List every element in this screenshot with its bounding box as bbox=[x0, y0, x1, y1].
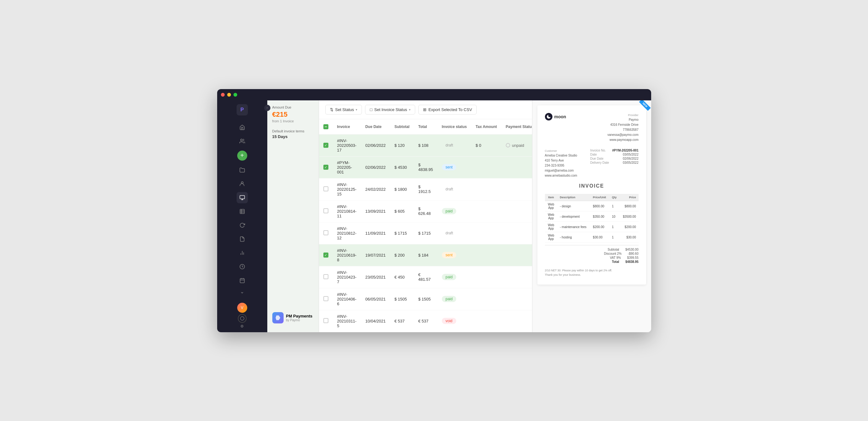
chevron-down-icon-2: ▾ bbox=[409, 108, 410, 111]
invoice-item-row: Web App - design $800.00 1 $800.00 bbox=[545, 201, 639, 212]
invoice-customer: Customer Arneba Creative Studio 410 Terr… bbox=[545, 149, 577, 178]
sidebar-item-home[interactable] bbox=[237, 122, 248, 133]
item-2-qty: 10 bbox=[610, 212, 620, 222]
item-1-price-unit: $800.00 bbox=[590, 201, 610, 212]
row-9-checkbox-cell[interactable] bbox=[319, 310, 333, 332]
status-badge-sent: sent bbox=[442, 164, 457, 170]
row-3-invoice[interactable]: #INV-20220125-15 bbox=[333, 178, 361, 200]
sidebar-item-projects[interactable] bbox=[237, 164, 248, 176]
row-2-subtotal: $ 4530 bbox=[390, 156, 414, 178]
set-invoice-status-button[interactable]: □ Set Invoice Status ▾ bbox=[365, 105, 415, 114]
svg-rect-5 bbox=[240, 209, 244, 214]
payment-status-column-header: Payment Status bbox=[501, 119, 532, 135]
row-9-tax bbox=[471, 310, 501, 332]
row-4-invoice[interactable]: #INV-20210814-11 bbox=[333, 200, 361, 222]
row-6-checkbox[interactable]: ✓ bbox=[323, 253, 329, 257]
row-8-checkbox-cell[interactable] bbox=[319, 288, 333, 310]
invoice-meta: Invoice No. #PYM-202205-001 Date 03/05/2… bbox=[590, 149, 639, 178]
table-row: #INV-20210406-6 06/05/2021 $ 1505 $ 1505… bbox=[319, 288, 532, 310]
row-2-checkbox-cell[interactable]: ✓ bbox=[319, 156, 333, 178]
row-4-checkbox-cell[interactable] bbox=[319, 200, 333, 222]
row-5-checkbox[interactable] bbox=[323, 230, 329, 235]
customer-email: miguel@arneba.com bbox=[545, 168, 577, 173]
table-row: #INV-20220125-15 24/02/2022 $ 1800 $ 191… bbox=[319, 178, 532, 200]
export-csv-button[interactable]: ⊞ Export Selected To CSV bbox=[418, 105, 476, 114]
row-8-invoice[interactable]: #INV-20210406-6 bbox=[333, 288, 361, 310]
customer-city: 234-323-9395 bbox=[545, 163, 577, 168]
sidebar-item-contacts[interactable] bbox=[237, 136, 248, 147]
maximize-button[interactable] bbox=[234, 93, 237, 96]
row-2-status: sent bbox=[437, 156, 471, 178]
invoice-logo: moon bbox=[545, 113, 566, 142]
invoice-item-row: Web App - maintenance fees $200.00 1 $20… bbox=[545, 222, 639, 232]
select-all-checkbox[interactable]: − bbox=[323, 124, 329, 129]
sidebar-expand-icon[interactable]: ⌄ bbox=[240, 289, 244, 294]
row-1-checkbox[interactable]: ✓ bbox=[323, 143, 329, 148]
row-8-checkbox[interactable] bbox=[323, 296, 329, 301]
row-8-subtotal: $ 1505 bbox=[390, 288, 414, 310]
item-4-qty: 1 bbox=[610, 232, 620, 243]
customer-address: 410 Terry Ave bbox=[545, 158, 577, 163]
sidebar-item-clock[interactable] bbox=[237, 261, 248, 272]
row-7-payment bbox=[501, 266, 532, 288]
svg-point-1 bbox=[241, 181, 243, 184]
minimize-button[interactable] bbox=[227, 93, 231, 96]
footer-line-2: Thank you for your business. bbox=[545, 273, 639, 277]
user-avatar[interactable]: V bbox=[237, 303, 247, 313]
row-5-due-date: 11/09/2021 bbox=[361, 222, 390, 244]
row-2-tax bbox=[471, 156, 501, 178]
row-7-checkbox[interactable] bbox=[323, 274, 329, 279]
row-5-checkbox-cell[interactable] bbox=[319, 222, 333, 244]
sidebar-item-table[interactable] bbox=[237, 206, 248, 217]
sidebar-item-documents[interactable] bbox=[237, 233, 248, 245]
item-3-name: Web App bbox=[545, 222, 557, 232]
subtotal-column-header: Subtotal bbox=[390, 119, 414, 135]
pm-logo-icon bbox=[272, 312, 284, 324]
row-3-payment bbox=[501, 178, 532, 200]
sidebar-settings-icon[interactable]: ⚙ bbox=[240, 324, 244, 329]
item-1-desc: - design bbox=[557, 201, 591, 212]
row-9-payment bbox=[501, 310, 532, 332]
row-1-invoice[interactable]: #INV-20220503-17 bbox=[333, 134, 361, 156]
sidebar-item-invoices[interactable] bbox=[237, 192, 248, 203]
row-4-checkbox[interactable] bbox=[323, 208, 329, 213]
row-7-total: € 481.57 bbox=[414, 266, 437, 288]
sidebar-item-history[interactable] bbox=[237, 220, 248, 231]
timer-icon[interactable] bbox=[238, 314, 247, 323]
row-1-subtotal: $ 120 bbox=[390, 134, 414, 156]
row-7-invoice[interactable]: #INV-20210423-7 bbox=[333, 266, 361, 288]
subtotal-row: Subtotal $4530.00 bbox=[545, 248, 639, 251]
item-2-price: $3500.00 bbox=[620, 212, 638, 222]
row-9-invoice[interactable]: #INV-20210311-5 bbox=[333, 310, 361, 332]
row-2-checkbox[interactable]: ✓ bbox=[323, 165, 329, 170]
main-window: P › + bbox=[217, 89, 651, 332]
table-body: ✓ #INV-20220503-17 02/06/2022 $ 120 $ 10… bbox=[319, 134, 532, 332]
sidebar-item-reports[interactable] bbox=[237, 247, 248, 258]
row-5-invoice[interactable]: #INV-20210812-12 bbox=[333, 222, 361, 244]
total-column-header: Total bbox=[414, 119, 437, 135]
row-7-due-date: 23/05/2021 bbox=[361, 266, 390, 288]
row-7-status: paid bbox=[437, 266, 471, 288]
row-1-checkbox-cell[interactable]: ✓ bbox=[319, 134, 333, 156]
row-3-checkbox-cell[interactable] bbox=[319, 178, 333, 200]
customer-name: Arneba Creative Studio bbox=[545, 153, 577, 158]
row-2-invoice[interactable]: #PYM-202205-001 bbox=[333, 156, 361, 178]
row-6-invoice[interactable]: #INV-20210619-8 bbox=[333, 244, 361, 266]
invoice-no-label: Invoice No. bbox=[590, 149, 606, 152]
row-3-checkbox[interactable] bbox=[323, 186, 329, 191]
add-button[interactable]: + bbox=[237, 150, 247, 161]
row-6-total: $ 184 bbox=[414, 244, 437, 266]
select-all-header[interactable]: − bbox=[319, 119, 333, 135]
close-button[interactable] bbox=[221, 93, 225, 96]
sidebar-collapse-button[interactable]: › bbox=[264, 105, 271, 111]
item-4-desc: - hosting bbox=[557, 232, 591, 243]
row-6-checkbox-cell[interactable]: ✓ bbox=[319, 244, 333, 266]
invoice-footer: 2/10 NET 30: Please pay within 10 days t… bbox=[545, 269, 639, 277]
row-8-status: paid bbox=[437, 288, 471, 310]
sidebar-item-calendar[interactable] bbox=[237, 275, 248, 286]
row-7-checkbox-cell[interactable] bbox=[319, 266, 333, 288]
sidebar-item-team[interactable] bbox=[237, 178, 248, 190]
unpaid-radio[interactable]: unpaid bbox=[506, 143, 532, 148]
set-status-button[interactable]: ⇅ Set Status ▾ bbox=[325, 105, 362, 114]
row-9-checkbox[interactable] bbox=[323, 318, 329, 323]
